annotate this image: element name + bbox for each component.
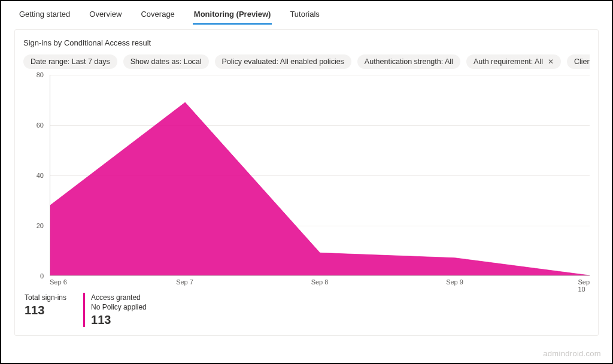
filter-chip-label: Date range: Last 7 days: [31, 57, 110, 66]
filter-chip-row: Date range: Last 7 daysShow dates as: Lo…: [23, 54, 590, 69]
x-tick-label: Sep 8: [311, 278, 329, 286]
series1-block: Access granted No Policy applied 113: [83, 293, 147, 327]
x-tick-label: Sep 10: [578, 278, 590, 293]
filter-chip-4[interactable]: Auth requirement: All✕: [466, 54, 561, 69]
x-axis-labels: Sep 6Sep 7Sep 8Sep 9Sep 10: [50, 278, 590, 288]
signins-card: Sign-ins by Conditional Access result Da…: [14, 29, 599, 336]
total-signins-block: Total sign-ins 113: [25, 293, 66, 327]
filter-chip-1[interactable]: Show dates as: Local: [123, 54, 209, 69]
watermark: admindroid.com: [543, 349, 601, 358]
plot-area: [50, 75, 590, 276]
filter-chip-5[interactable]: Client app: All✕: [567, 54, 590, 69]
filter-chip-3[interactable]: Authentication strength: All: [357, 54, 460, 69]
tab-monitoring-preview-[interactable]: Monitoring (Preview): [193, 7, 272, 25]
filter-chip-label: Show dates as: Local: [131, 57, 202, 66]
filter-chip-label: Client app: All: [574, 57, 590, 66]
total-signins-label: Total sign-ins: [25, 293, 66, 302]
filter-chip-label: Auth requirement: All: [474, 57, 543, 66]
filter-chip-2[interactable]: Policy evaluated: All enabled policies: [215, 54, 351, 69]
series1-label1: Access granted: [91, 293, 147, 302]
tab-getting-started[interactable]: Getting started: [18, 7, 71, 25]
x-tick-label: Sep 6: [50, 278, 67, 286]
app-frame: Getting startedOverviewCoverageMonitorin…: [0, 0, 613, 364]
filter-chip-label: Policy evaluated: All enabled policies: [222, 57, 344, 66]
filter-chip-label: Authentication strength: All: [365, 57, 453, 66]
x-tick-label: Sep 7: [176, 278, 193, 286]
total-signins-value: 113: [25, 304, 66, 317]
tab-overview[interactable]: Overview: [88, 7, 123, 25]
y-tick-label: 0: [40, 272, 44, 280]
series1-label2: No Policy applied: [91, 302, 147, 312]
area-chart: 020406080 Sep 6Sep 7Sep 8Sep 9Sep 10: [23, 72, 590, 288]
y-axis-labels: 020406080: [23, 72, 47, 276]
tab-bar: Getting startedOverviewCoverageMonitorin…: [6, 1, 607, 25]
card-title: Sign-ins by Conditional Access result: [23, 38, 590, 47]
area-path: [50, 102, 590, 275]
totals-row: Total sign-ins 113 Access granted No Pol…: [25, 293, 590, 327]
tab-tutorials[interactable]: Tutorials: [289, 7, 320, 25]
filter-chip-0[interactable]: Date range: Last 7 days: [23, 54, 117, 69]
y-tick-label: 20: [37, 222, 44, 229]
area-series: [50, 75, 590, 275]
x-tick-label: Sep 9: [446, 278, 463, 286]
y-tick-label: 60: [37, 122, 44, 129]
tab-coverage[interactable]: Coverage: [139, 7, 175, 25]
y-tick-label: 80: [37, 71, 44, 78]
close-icon[interactable]: ✕: [548, 58, 554, 65]
series1-value: 113: [91, 313, 147, 327]
y-tick-label: 40: [37, 172, 44, 179]
